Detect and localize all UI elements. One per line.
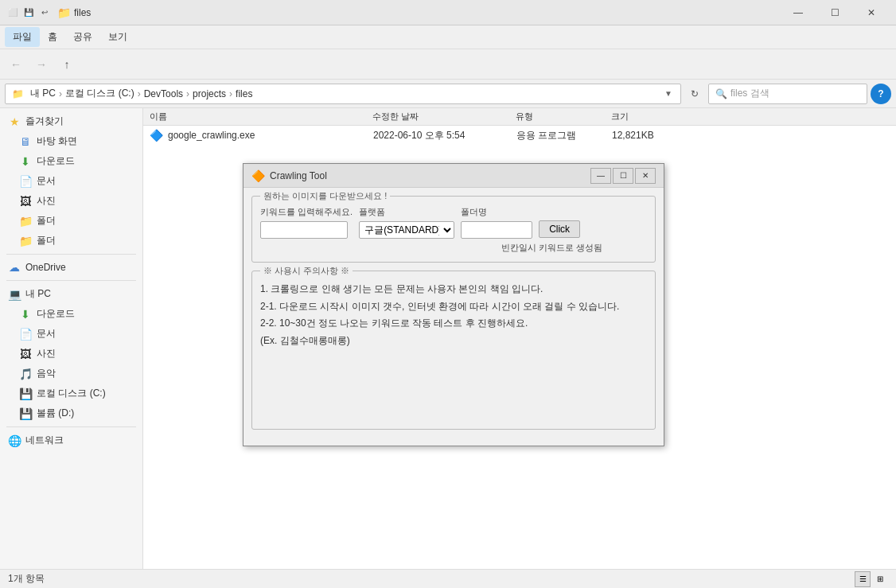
sidebar-label-folder2: 폴더 bbox=[37, 234, 56, 247]
view-grid-button[interactable]: ⊞ bbox=[872, 571, 888, 587]
address-path: 내 PC › 로컬 디스크 (C:) › DevTools › projects… bbox=[30, 87, 660, 100]
sidebar-item-driveC[interactable]: 💾 로컬 디스크 (C:) bbox=[0, 384, 142, 403]
sidebar-item-onedrive[interactable]: ☁ OneDrive bbox=[0, 258, 142, 277]
sidebar-label-music: 음악 bbox=[37, 367, 56, 380]
path-pc: 내 PC bbox=[30, 87, 56, 100]
cloud-icon: ☁ bbox=[8, 261, 21, 274]
title-text: files bbox=[74, 7, 780, 18]
sidebar-item-music[interactable]: 🎵 음악 bbox=[0, 364, 142, 384]
keyword-group: 키워드를 입력해주세요. bbox=[260, 206, 353, 239]
notice-line-2: 2-2. 10~30건 정도 나오는 키워드로 작동 테스트 후 진행하세요. bbox=[260, 315, 647, 333]
back-button[interactable]: ← bbox=[5, 53, 27, 76]
sidebar-item-mypc[interactable]: 💻 내 PC bbox=[0, 284, 142, 304]
forward-button[interactable]: → bbox=[30, 53, 53, 76]
doc-icon: 📄 bbox=[19, 175, 32, 188]
col-header-type[interactable]: 유형 bbox=[516, 111, 611, 123]
dialog-title-bar: 🔶 Crawling Tool — ☐ ✕ bbox=[243, 164, 664, 188]
refresh-button[interactable]: ↻ bbox=[684, 84, 705, 104]
star-icon: ★ bbox=[8, 115, 21, 128]
notice-line-0: 1. 크롤링으로 인해 생기는 모든 문제는 사용자 본인의 책임 입니다. bbox=[260, 281, 647, 298]
sidebar-label-folder1: 폴더 bbox=[37, 214, 56, 228]
sidebar-label-download2: 다운로드 bbox=[37, 307, 75, 321]
dialog-maximize-button[interactable]: ☐ bbox=[613, 168, 633, 184]
sidebar-item-folder1[interactable]: 📁 폴더 bbox=[0, 211, 142, 231]
blank-hint: 빈칸일시 키워드로 생성됨 bbox=[501, 243, 602, 252]
pc-icon: 💻 bbox=[8, 288, 21, 301]
col-header-modified[interactable]: 수정한 날짜 bbox=[372, 111, 516, 123]
dialog-close-button[interactable]: ✕ bbox=[635, 168, 656, 184]
toolbar: ← → ↑ bbox=[0, 49, 896, 80]
sidebar-item-pic2[interactable]: 🖼 사진 bbox=[0, 344, 142, 364]
sidebar-item-star[interactable]: ★ 즐겨찾기 bbox=[0, 111, 142, 131]
menu-view[interactable]: 보기 bbox=[100, 27, 135, 47]
sidebar-label-doc2: 문서 bbox=[37, 327, 56, 341]
undo-icon: ↩ bbox=[38, 6, 51, 19]
crawling-tool-dialog: 🔶 Crawling Tool — ☐ ✕ 원하는 이미지를 다운받으세요 ! … bbox=[243, 163, 664, 446]
sidebar-divider-2 bbox=[6, 280, 136, 281]
sidebar-label-download: 다운로드 bbox=[37, 154, 75, 168]
search-placeholder: files 검색 bbox=[730, 87, 769, 100]
download-icon-2: ⬇ bbox=[19, 308, 32, 321]
sidebar-label-driveC: 로컬 디스크 (C:) bbox=[37, 387, 106, 400]
sidebar-item-folder2[interactable]: 📁 폴더 bbox=[0, 231, 142, 251]
path-projects: projects bbox=[193, 88, 226, 99]
file-size: 12,821KB bbox=[612, 130, 691, 141]
sidebar-item-desktop[interactable]: 🖥 바탕 화면 bbox=[0, 131, 142, 151]
menu-file[interactable]: 파일 bbox=[5, 27, 40, 47]
pic-icon: 🖼 bbox=[19, 195, 32, 208]
dialog-minimize-button[interactable]: — bbox=[590, 168, 611, 184]
address-input-wrapper[interactable]: 📁 내 PC › 로컬 디스크 (C:) › DevTools › projec… bbox=[5, 84, 681, 104]
sidebar-label-desktop: 바탕 화면 bbox=[37, 134, 77, 148]
dialog-title: Crawling Tool bbox=[270, 170, 590, 181]
sidebar-item-doc2[interactable]: 📄 문서 bbox=[0, 324, 142, 344]
view-details-button[interactable]: ☰ bbox=[855, 571, 871, 587]
path-drive: 로컬 디스크 (C:) bbox=[65, 87, 134, 100]
keyword-input[interactable] bbox=[260, 221, 348, 239]
maximize-button[interactable]: ☐ bbox=[816, 0, 853, 25]
platform-select[interactable]: 구글(STANDARD) 구글(ADVANCED) 네이버 bbox=[359, 221, 454, 239]
sidebar-item-download2[interactable]: ⬇ 다운로드 bbox=[0, 304, 142, 324]
sidebar-item-driveD[interactable]: 💾 볼륨 (D:) bbox=[0, 403, 142, 423]
notice-group: ※ 사용시 주의사항 ※ 1. 크롤링으로 인해 생기는 모든 문제는 사용자 … bbox=[251, 271, 656, 430]
sidebar-label-network: 네트워크 bbox=[25, 434, 64, 447]
dialog-body: 원하는 이미지를 다운받으세요 ! 키워드를 입력해주세요. 플랫폼 구글(ST… bbox=[243, 188, 664, 446]
menu-home[interactable]: 홈 bbox=[40, 27, 65, 47]
folder-group: 폴더명 bbox=[461, 206, 532, 239]
search-icon: 🔍 bbox=[715, 88, 727, 99]
title-folder-icon: 📁 bbox=[57, 6, 71, 19]
download-icon: ⬇ bbox=[19, 155, 32, 168]
notice-line-1: 2-1. 다운로드 시작시 이미지 갯수, 인터넷 환경에 따라 시간이 오래 … bbox=[260, 298, 647, 316]
address-dropdown-icon[interactable]: ▼ bbox=[663, 88, 674, 99]
platform-group: 플랫폼 구글(STANDARD) 구글(ADVANCED) 네이버 bbox=[359, 206, 454, 239]
group-box-title: 원하는 이미지를 다운받으세요 ! bbox=[260, 190, 390, 202]
menu-share[interactable]: 공유 bbox=[65, 27, 100, 47]
file-list-header: 이름 수정한 날짜 유형 크기 bbox=[143, 108, 896, 126]
notice-line-3: (Ex. 김철수매롱매롱) bbox=[260, 333, 647, 350]
up-button[interactable]: ↑ bbox=[56, 53, 78, 76]
sidebar-item-download1[interactable]: ⬇ 다운로드 bbox=[0, 151, 142, 171]
folder-input[interactable] bbox=[461, 221, 532, 239]
close-button[interactable]: ✕ bbox=[853, 0, 890, 25]
status-bar: 1개 항목 ☰ ⊞ bbox=[0, 569, 896, 588]
sidebar-item-doc1[interactable]: 📄 문서 bbox=[0, 171, 142, 191]
file-name: google_crawling.exe bbox=[168, 130, 373, 141]
sidebar-item-network[interactable]: 🌐 네트워크 bbox=[0, 430, 142, 450]
sidebar-divider-1 bbox=[6, 254, 136, 255]
form-row: 키워드를 입력해주세요. 플랫폼 구글(STANDARD) 구글(ADVANCE… bbox=[260, 206, 647, 239]
col-header-size[interactable]: 크기 bbox=[611, 111, 691, 123]
file-exe-icon: 🔷 bbox=[150, 129, 163, 142]
address-folder-icon: 📁 bbox=[12, 88, 24, 99]
folder-icon-2: 📁 bbox=[19, 235, 32, 247]
explorer-window: ⬜ 💾 ↩ 📁 files — ☐ ✕ 파일 홈 공유 보기 ← → ↑ 📁 내… bbox=[0, 0, 896, 588]
minimize-button[interactable]: — bbox=[780, 0, 816, 25]
click-button[interactable]: Click bbox=[539, 220, 580, 238]
table-row[interactable]: 🔷 google_crawling.exe 2022-06-10 오후 5:54… bbox=[143, 126, 896, 145]
title-bar: ⬜ 💾 ↩ 📁 files — ☐ ✕ bbox=[0, 0, 896, 25]
network-icon: 🌐 bbox=[8, 434, 21, 447]
path-files: files bbox=[236, 88, 252, 99]
view-buttons: ☰ ⊞ bbox=[855, 571, 888, 587]
sidebar-item-pic1[interactable]: 🖼 사진 bbox=[0, 191, 142, 211]
search-wrapper[interactable]: 🔍 files 검색 bbox=[708, 84, 867, 104]
help-button[interactable]: ? bbox=[871, 84, 891, 104]
col-header-name[interactable]: 이름 bbox=[150, 111, 372, 123]
